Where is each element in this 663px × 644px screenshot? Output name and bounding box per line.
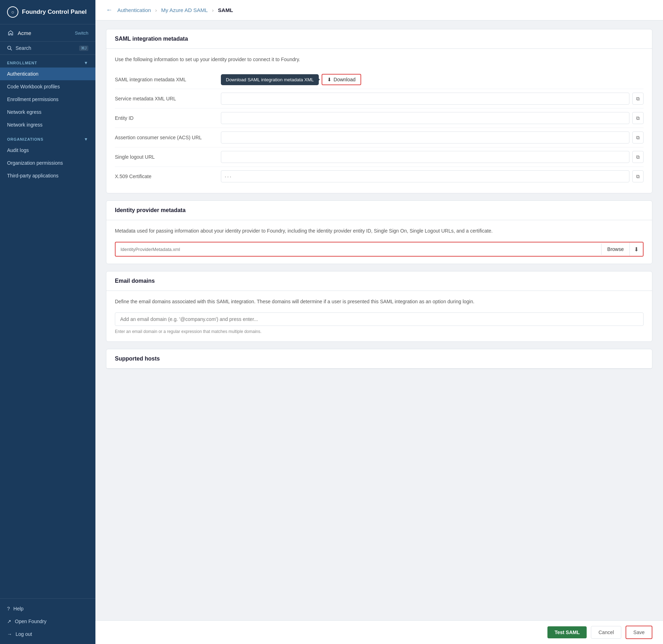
copy-icon: ⧉ [636, 96, 640, 102]
download-tooltip: Download SAML integration metadata XML [221, 74, 319, 85]
sidebar-item-organization-permissions[interactable]: Organization permissions [0, 157, 95, 169]
x509-value-wrap: ⧉ [221, 170, 644, 182]
copy-icon-3: ⧉ [636, 135, 640, 141]
breadcrumb-my-azure-ad-saml[interactable]: My Azure AD SAML [161, 7, 208, 13]
acs-url-input[interactable] [221, 131, 629, 144]
saml-metadata-card: SAML integration metadata Use the follow… [106, 29, 652, 193]
supported-hosts-card-header: Supported hosts [106, 349, 652, 369]
saml-metadata-card-header: SAML integration metadata [106, 29, 652, 49]
acs-url-value-wrap: ⧉ [221, 131, 644, 144]
entity-id-copy-button[interactable]: ⧉ [632, 112, 644, 124]
field-row-saml-xml: SAML integration metadata XML Download S… [115, 70, 644, 89]
email-domains-desc: Define the email domains associated with… [115, 298, 644, 305]
breadcrumb-saml: SAML [218, 7, 233, 13]
topbar: ← Authentication › My Azure AD SAML › SA… [95, 0, 663, 21]
entity-id-label: Entity ID [115, 115, 221, 121]
switch-link[interactable]: Switch [75, 30, 88, 36]
download-row: Download SAML integration metadata XML ⬇… [221, 74, 361, 85]
field-row-x509: X.509 Certificate ⧉ [115, 167, 644, 186]
cancel-button[interactable]: Cancel [591, 626, 621, 639]
saml-xml-label: SAML integration metadata XML [115, 77, 221, 82]
search-row[interactable]: Search ⌘J [0, 42, 95, 55]
test-saml-button[interactable]: Test SAML [547, 626, 587, 638]
search-icon [7, 46, 12, 51]
saml-metadata-desc: Use the following information to set up … [115, 56, 644, 63]
field-row-entity-id: Entity ID ⧉ [115, 109, 644, 128]
copy-icon-4: ⧉ [636, 154, 640, 160]
enrollment-section-header: ENROLLMENT ▼ [0, 55, 95, 68]
service-metadata-url-label: Service metadata XML URL [115, 96, 221, 101]
home-icon [7, 29, 14, 36]
supported-hosts-card: Supported hosts [106, 349, 652, 369]
sidebar-org-row: Acme Switch [0, 24, 95, 42]
organizations-chevron-icon: ▼ [84, 137, 88, 142]
acs-url-copy-button[interactable]: ⧉ [632, 131, 644, 144]
identity-provider-file-input[interactable] [116, 244, 601, 255]
sidebar-item-audit-logs[interactable]: Audit logs [0, 144, 95, 157]
sidebar-item-network-egress[interactable]: Network egress [0, 106, 95, 118]
sidebar-item-third-party-applications[interactable]: Third-party applications [0, 169, 95, 182]
saml-metadata-card-body: Use the following information to set up … [106, 49, 652, 193]
email-domain-input[interactable] [115, 312, 644, 326]
download-arrow-icon: ⬇ [327, 77, 332, 82]
identity-provider-desc: Metadata used for passing information ab… [115, 227, 644, 235]
email-domains-card-body: Define the email domains associated with… [106, 291, 652, 341]
search-shortcut: ⌘J [79, 46, 89, 51]
single-logout-url-label: Single logout URL [115, 154, 221, 160]
breadcrumb-sep-1: › [155, 7, 157, 13]
foundry-logo-icon: ○ [7, 6, 18, 18]
enrollment-chevron-icon: ▼ [84, 60, 88, 65]
log-out-link[interactable]: → Log out [0, 628, 95, 640]
field-row-single-logout-url: Single logout URL ⧉ [115, 147, 644, 167]
svg-line-1 [11, 49, 12, 51]
breadcrumb-authentication[interactable]: Authentication [117, 7, 151, 13]
org-name: Acme [18, 30, 31, 36]
open-foundry-icon: ↗ [7, 619, 11, 624]
sidebar-title: Foundry Control Panel [22, 8, 87, 16]
service-metadata-url-input[interactable] [221, 93, 629, 105]
single-logout-url-copy-button[interactable]: ⧉ [632, 151, 644, 163]
x509-input[interactable] [221, 170, 629, 182]
open-foundry-link[interactable]: ↗ Open Foundry [0, 615, 95, 628]
breadcrumb-sep-2: › [212, 7, 214, 13]
supported-hosts-title: Supported hosts [115, 356, 160, 362]
file-input-row: Browse ⬇ [115, 242, 644, 257]
copy-icon-2: ⧉ [636, 115, 640, 121]
file-download-button[interactable]: ⬇ [629, 242, 643, 256]
browse-button[interactable]: Browse [601, 244, 629, 255]
help-link[interactable]: ? Help [0, 602, 95, 615]
org-info: Acme [7, 29, 31, 36]
download-saml-xml-button[interactable]: ⬇ Download [322, 74, 361, 85]
sidebar-item-authentication[interactable]: Authentication [0, 68, 95, 80]
sidebar-footer: ? Help ↗ Open Foundry → Log out [0, 598, 95, 644]
email-domains-card: Email domains Define the email domains a… [106, 271, 652, 342]
single-logout-url-input[interactable] [221, 151, 629, 163]
sidebar-item-network-ingress[interactable]: Network ingress [0, 118, 95, 131]
sidebar-item-enrollment-permissions[interactable]: Enrollment permissions [0, 93, 95, 106]
file-download-icon: ⬇ [634, 246, 639, 253]
acs-url-label: Assertion consumer service (ACS) URL [115, 135, 221, 140]
service-metadata-url-copy-button[interactable]: ⧉ [632, 93, 644, 105]
identity-provider-card: Identity provider metadata Metadata used… [106, 200, 652, 264]
saml-xml-value-wrap: Download SAML integration metadata XML ⬇… [221, 74, 644, 85]
sidebar-header: ○ Foundry Control Panel [0, 0, 95, 24]
email-domain-hint: Enter an email domain or a regular expre… [115, 329, 262, 334]
single-logout-url-value-wrap: ⧉ [221, 151, 644, 163]
identity-provider-card-header: Identity provider metadata [106, 201, 652, 220]
field-row-acs-url: Assertion consumer service (ACS) URL ⧉ [115, 128, 644, 147]
entity-id-input[interactable] [221, 112, 629, 124]
identity-provider-title: Identity provider metadata [115, 207, 186, 213]
save-button[interactable]: Save [626, 626, 652, 639]
entity-id-value-wrap: ⧉ [221, 112, 644, 124]
main-content: ← Authentication › My Azure AD SAML › SA… [95, 0, 663, 644]
footer-bar: Test SAML Cancel Save [95, 620, 663, 644]
back-arrow-icon[interactable]: ← [106, 6, 112, 14]
organizations-section-header: ORGANIZATIONS ▼ [0, 131, 95, 144]
email-domains-card-header: Email domains [106, 271, 652, 291]
help-icon: ? [7, 606, 10, 611]
x509-copy-button[interactable]: ⧉ [632, 170, 644, 182]
sidebar: ○ Foundry Control Panel Acme Switch Sear… [0, 0, 95, 644]
sidebar-item-code-workbook-profiles[interactable]: Code Workbook profiles [0, 80, 95, 93]
search-label: Search [16, 45, 31, 51]
identity-provider-card-body: Metadata used for passing information ab… [106, 220, 652, 264]
